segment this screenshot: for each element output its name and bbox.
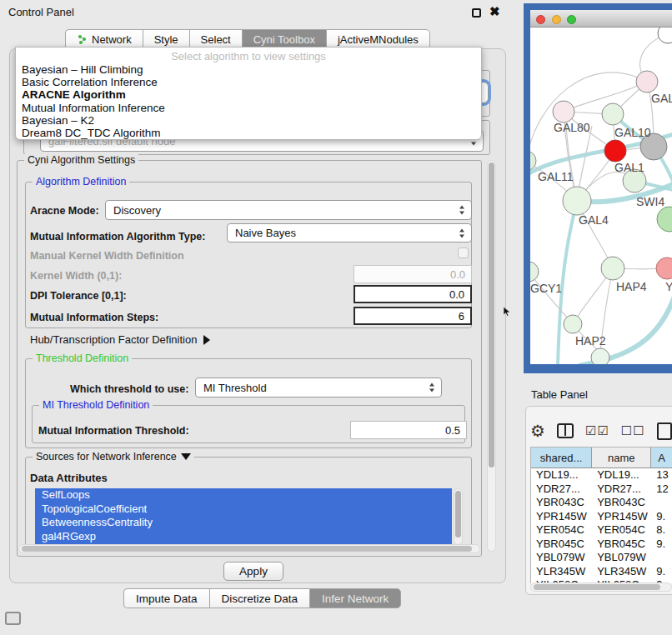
- node[interactable]: [658, 28, 672, 43]
- node-hap4[interactable]: [601, 257, 624, 280]
- cell: YBR043C: [531, 496, 592, 510]
- node[interactable]: [636, 71, 658, 92]
- collapsed-panel-icon[interactable]: [5, 612, 21, 625]
- dropdown-item[interactable]: Mutual Information Inference: [16, 102, 481, 114]
- aracne-mode-combo[interactable]: Discovery: [105, 200, 472, 220]
- close-traffic-light-icon[interactable]: [536, 15, 545, 24]
- cell: YBL079W: [592, 551, 651, 565]
- cell: 8.: [651, 523, 672, 538]
- node-gal10[interactable]: [602, 103, 624, 125]
- settings-horizontal-scrollbar[interactable]: [18, 544, 480, 553]
- dropdown-placeholder: Select algorithm to view settings: [16, 48, 481, 63]
- table-horizontal-scrollbar[interactable]: [530, 582, 672, 592]
- settings-group-title: Cyni Algorithm Settings: [24, 154, 138, 166]
- columns-icon[interactable]: [557, 423, 574, 438]
- data-attributes-list[interactable]: SelfLoops TopologicalCoefficient Between…: [35, 488, 452, 545]
- tab-infer-network[interactable]: Infer Network: [309, 588, 401, 608]
- which-threshold-combo[interactable]: MI Threshold: [195, 378, 442, 398]
- node[interactable]: [591, 348, 609, 364]
- cell: YBR045C: [531, 538, 592, 552]
- tab-discretize-data[interactable]: Discretize Data: [209, 588, 310, 608]
- table-header-row: shared... name A: [531, 448, 672, 468]
- aracne-mode-label: Aracne Mode:: [30, 205, 99, 217]
- mi-steps-input[interactable]: 6: [354, 307, 472, 325]
- node-label: GAL1: [614, 161, 644, 174]
- screen: Control Panel ✖ Network Style Select Cyn…: [0, 0, 672, 635]
- settings-vertical-scrollbar[interactable]: [487, 160, 496, 552]
- column-header-shared-name[interactable]: shared...: [531, 448, 592, 468]
- aracne-mode-value: Discovery: [113, 204, 161, 217]
- dropdown-item[interactable]: Dream8 DC_TDC Algorithm: [16, 127, 481, 139]
- minimize-traffic-light-icon[interactable]: [552, 15, 561, 24]
- table-row[interactable]: YDR27...YDR27...12: [531, 482, 672, 497]
- mi-threshold-label: Mutual Information Threshold:: [38, 425, 189, 437]
- page-icon[interactable]: [657, 422, 672, 440]
- network-view-canvas[interactable]: GAL GAL80 GAL10 GAL1 SWI4 GAL11 GAL4 GCY…: [530, 28, 672, 364]
- node-gal11[interactable]: [530, 151, 536, 171]
- node-salmon[interactable]: [656, 258, 672, 279]
- table-row[interactable]: YER054CYER054C8.: [531, 523, 672, 538]
- cyni-bottom-tabs: Impute Data Discretize Data Infer Networ…: [123, 588, 401, 608]
- gear-icon[interactable]: ⚙: [530, 422, 545, 439]
- node-label: HAP2: [575, 334, 606, 348]
- data-attributes-label: Data Attributes: [30, 472, 108, 484]
- mi-threshold-definition-title: MI Threshold Definition: [39, 399, 153, 411]
- table-row[interactable]: YDL19...YDL19...13: [531, 468, 672, 482]
- dpi-tolerance-label: DPI Tolerance [0,1]:: [30, 290, 127, 302]
- checked-checkboxes-icon[interactable]: ☑☑: [585, 423, 609, 438]
- apply-button[interactable]: Apply: [223, 562, 283, 581]
- which-threshold-value: MI Threshold: [203, 382, 267, 394]
- table-row[interactable]: YBL079WYBL079W: [531, 551, 672, 565]
- attribute-item[interactable]: SelfLoops: [35, 488, 452, 502]
- node-gcy1[interactable]: [530, 262, 539, 282]
- algorithm-definition-title: Algorithm Definition: [33, 176, 129, 188]
- unchecked-checkboxes-icon[interactable]: ☐☐: [621, 423, 645, 438]
- node-hap2[interactable]: [564, 315, 582, 333]
- attribute-item[interactable]: TopologicalCoefficient: [35, 502, 452, 517]
- collapse-down-icon: [181, 453, 191, 460]
- dropdown-item-selected[interactable]: ARACNE Algorithm: [16, 88, 481, 101]
- sources-group-title[interactable]: Sources for Network Inference: [33, 451, 194, 462]
- attribute-item[interactable]: gal4RGexp: [35, 530, 452, 544]
- tab-impute-data[interactable]: Impute Data: [123, 588, 209, 608]
- cell: YLR345W: [592, 565, 651, 579]
- node-label: GAL80: [554, 121, 590, 134]
- float-window-icon[interactable]: [472, 8, 481, 18]
- combo-arrows-icon: [459, 206, 465, 215]
- dropdown-item[interactable]: Bayesian – K2: [16, 114, 481, 127]
- network-window-titlebar[interactable]: [530, 10, 672, 28]
- cell: 9.: [651, 510, 672, 524]
- hub-definition-toggle[interactable]: Hub/Transcription Factor Definition: [30, 333, 210, 346]
- column-header-partial[interactable]: A: [651, 448, 672, 468]
- node-gal80[interactable]: [553, 101, 574, 122]
- zoom-traffic-light-icon[interactable]: [567, 15, 576, 24]
- node-table: shared... name A YDL19...YDL19...13 YDR2…: [530, 447, 672, 583]
- control-panel-title: Control Panel: [8, 6, 74, 18]
- kernel-width-input[interactable]: 0.0: [354, 265, 472, 283]
- dropdown-item[interactable]: Bayesian – Hill Climbing: [16, 63, 481, 76]
- node-gal4[interactable]: [563, 187, 591, 215]
- mi-threshold-input[interactable]: 0.5: [350, 421, 467, 439]
- table-panel-toolbar: ⚙ ☑☑ ☐☐: [530, 418, 672, 443]
- node-green[interactable]: [657, 207, 672, 232]
- table-row[interactable]: YLR345WYLR345W9.: [531, 565, 672, 579]
- tab-network-label: Network: [92, 33, 132, 46]
- hub-definition-label: Hub/Transcription Factor Definition: [30, 333, 197, 346]
- manual-kernel-width-checkbox[interactable]: [458, 248, 469, 258]
- node-selected-red[interactable]: [604, 140, 626, 162]
- cell: [651, 496, 672, 510]
- tab-select-label: Select: [201, 33, 231, 46]
- table-row[interactable]: YPR145WYPR145W9.: [531, 510, 672, 524]
- dpi-tolerance-input[interactable]: 0.0: [354, 285, 472, 303]
- column-header-name[interactable]: name: [592, 448, 651, 468]
- network-graph: GAL GAL80 GAL10 GAL1 SWI4 GAL11 GAL4 GCY…: [530, 28, 672, 364]
- mi-algorithm-type-combo[interactable]: Naive Bayes: [227, 223, 472, 242]
- close-window-icon[interactable]: ✖: [489, 4, 500, 19]
- table-row[interactable]: YBR043CYBR043C: [531, 496, 672, 510]
- attribute-item[interactable]: BetweennessCentrality: [35, 516, 452, 530]
- dropdown-item[interactable]: Basic Correlation Inference: [16, 76, 481, 88]
- cell: YDR27...: [531, 482, 592, 497]
- table-row[interactable]: YBR045CYBR045C9.: [531, 538, 672, 552]
- manual-kernel-width-label: Manual Kernel Width Definition: [30, 250, 184, 262]
- attributes-scrollbar[interactable]: [454, 488, 463, 545]
